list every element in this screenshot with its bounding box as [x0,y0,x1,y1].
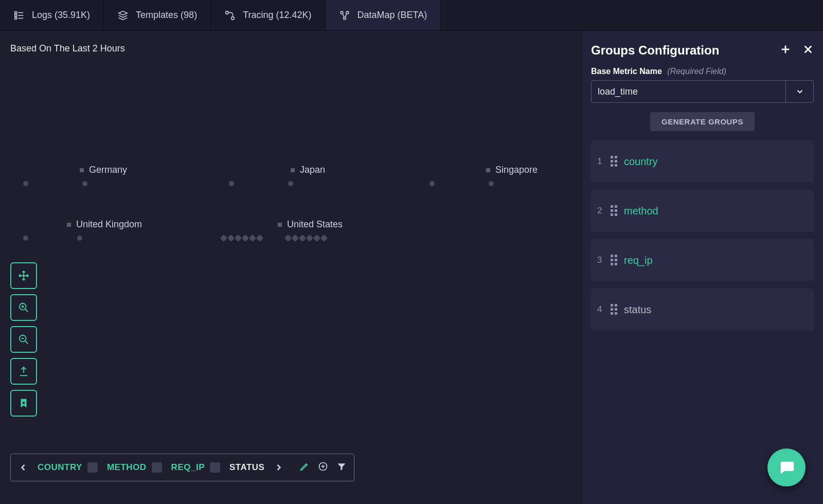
move-tool-button[interactable] [10,262,37,289]
group-name: req_ip [624,255,653,266]
filter-icon [336,461,347,472]
close-icon [802,44,814,55]
svg-rect-2 [15,17,17,19]
breadcrumb-chip-icon [152,462,162,473]
cluster-japan-label: Japan [291,165,325,175]
plus-icon [780,44,791,55]
groups-config-panel: Groups Configuration Base Metric Name (R… [581,31,823,504]
cluster-germany-label: Germany [80,165,127,175]
base-metric-input[interactable] [592,81,785,102]
zoom-in-icon [18,302,29,313]
drag-handle-icon[interactable] [611,255,618,266]
tab-label: Logs (35.91K) [32,10,90,21]
filter-button[interactable] [336,461,347,474]
svg-rect-1 [15,14,17,16]
group-index: 2 [597,206,604,216]
base-metric-dropdown-toggle[interactable] [785,81,813,102]
group-card-method[interactable]: 2 method [591,190,814,232]
svg-point-9 [346,11,349,14]
datamap-icon [339,10,350,21]
chevron-left-icon [18,462,28,473]
breadcrumb-item-method[interactable]: METHOD [107,462,162,473]
breadcrumb-chip-icon [87,462,98,473]
tab-tracing[interactable]: Tracing (12.42K) [211,0,325,30]
close-panel-button[interactable] [802,44,814,57]
drag-handle-icon[interactable] [611,156,618,167]
field-label-text: Base Metric Name [591,67,662,76]
panel-title: Groups Configuration [591,43,719,58]
group-index: 4 [597,304,604,315]
templates-icon [117,10,129,21]
group-card-status[interactable]: 4 status [591,289,814,331]
breadcrumb-item-country[interactable]: COUNTRY [38,462,98,473]
tab-strip: Logs (35.91K) Templates (98) Tracing (12… [0,0,823,31]
breadcrumb-item-req-ip[interactable]: REQ_IP [171,462,220,473]
cluster-marker-icon [278,223,282,227]
move-icon [18,270,29,281]
bookmark-star-icon [18,398,29,409]
svg-line-12 [25,309,28,312]
bookmark-button[interactable] [10,390,37,417]
breadcrumb-next-button[interactable] [274,462,284,473]
group-index: 3 [597,255,604,265]
datamap-canvas[interactable]: Based On The Last 2 Hours Germany Japan … [0,31,581,504]
canvas-tool-rail [10,262,37,417]
group-index: 1 [597,156,604,167]
cluster-marker-icon [486,168,490,172]
add-group-button[interactable] [318,461,328,474]
group-name: method [624,205,658,217]
drag-handle-icon[interactable] [611,304,618,315]
base-metric-field: Base Metric Name (Required Field) [591,67,814,103]
tab-datamap[interactable]: DataMap (BETA) [326,0,441,30]
tab-label: Templates (98) [136,10,197,21]
tab-logs[interactable]: Logs (35.91K) [0,0,104,30]
tab-label: DataMap (BETA) [357,10,427,21]
cluster-marker-icon [80,168,84,172]
group-list: 1 country 2 method 3 req_ip 4 status [591,140,814,331]
generate-groups-button[interactable]: GENERATE GROUPS [650,112,755,131]
cluster-marker-icon [291,168,295,172]
chat-icon [778,459,795,476]
pencil-icon [299,461,310,472]
edit-groups-button[interactable] [299,461,310,474]
cluster-singapore-label: Singapore [486,165,538,175]
add-group-config-button[interactable] [780,44,791,57]
group-name: country [624,156,658,168]
breadcrumb-item-status[interactable]: STATUS [229,462,264,473]
chat-fab-button[interactable] [767,448,806,487]
tab-label: Tracing (12.42K) [243,10,311,21]
tab-templates[interactable]: Templates (98) [104,0,211,30]
svg-rect-0 [15,11,17,13]
group-card-req-ip[interactable]: 3 req_ip [591,239,814,281]
cluster-us-label: United States [278,219,343,230]
breadcrumb-chip-icon [210,462,220,473]
group-breadcrumb-bar: COUNTRY METHOD REQ_IP STATUS [10,454,354,481]
required-hint: (Required Field) [667,67,726,76]
group-name: status [624,304,651,316]
cluster-marker-icon [67,223,71,227]
svg-point-7 [231,16,235,20]
tracing-icon [224,10,236,21]
svg-line-16 [25,341,28,344]
chevron-down-icon [795,87,804,96]
zoom-in-button[interactable] [10,294,37,321]
time-range-label: Based On The Last 2 Hours [10,43,125,54]
upload-icon [18,366,29,377]
plus-circle-icon [318,461,328,472]
chevron-right-icon [274,462,284,473]
group-card-country[interactable]: 1 country [591,140,814,183]
logs-icon [13,10,25,21]
zoom-out-button[interactable] [10,326,37,353]
zoom-out-icon [18,334,29,345]
drag-handle-icon[interactable] [611,205,618,217]
svg-point-8 [341,11,343,14]
cluster-uk-label: United Kingdom [67,219,142,230]
svg-point-6 [226,11,229,14]
breadcrumb-prev-button[interactable] [18,462,28,473]
export-button[interactable] [10,358,37,385]
